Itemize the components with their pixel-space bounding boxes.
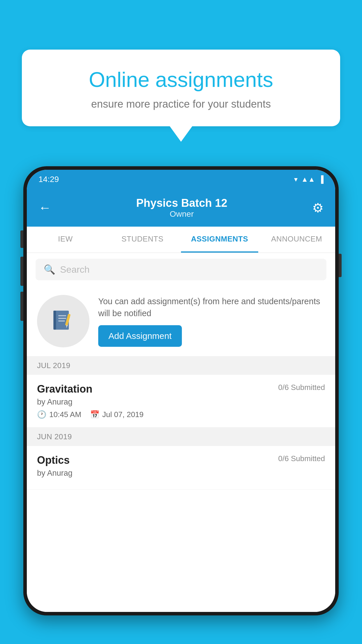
assignment-date: 📅 Jul 07, 2019 bbox=[90, 410, 144, 419]
speech-bubble-container: Online assignments ensure more practice … bbox=[22, 50, 340, 142]
phone-silent-button bbox=[20, 292, 23, 321]
add-assignment-button[interactable]: Add Assignment bbox=[98, 325, 182, 347]
clock-icon: 🕐 bbox=[37, 410, 46, 419]
calendar-icon: 📅 bbox=[90, 410, 99, 419]
phone-power-button bbox=[339, 254, 342, 277]
speech-bubble-subtitle: ensure more practice for your students bbox=[42, 98, 320, 110]
svg-rect-1 bbox=[53, 311, 56, 330]
svg-rect-4 bbox=[58, 321, 65, 321]
phone-mockup: 14:29 ▾ ▲▲ ▐ ← Physics Batch 12 Owner ⚙ bbox=[23, 166, 339, 644]
phone-volume-down-button bbox=[20, 257, 23, 286]
promo-text-group: You can add assignment(s) from here and … bbox=[98, 295, 325, 346]
assignment-submitted-optics: 0/6 Submitted bbox=[278, 454, 325, 463]
settings-button[interactable]: ⚙ bbox=[312, 200, 324, 215]
back-button[interactable]: ← bbox=[38, 200, 51, 215]
batch-subtitle: Owner bbox=[136, 209, 227, 219]
phone-screen: 14:29 ▾ ▲▲ ▐ ← Physics Batch 12 Owner ⚙ bbox=[27, 170, 335, 612]
search-container: 🔍 Search bbox=[27, 253, 335, 286]
svg-rect-3 bbox=[58, 318, 66, 319]
assignment-author: by Anurag bbox=[37, 398, 325, 407]
tab-iew[interactable]: IEW bbox=[27, 227, 104, 253]
tab-assignments[interactable]: ASSIGNMENTS bbox=[181, 227, 258, 253]
content-area: 🔍 Search bbox=[27, 253, 335, 612]
header-title-group: Physics Batch 12 Owner bbox=[136, 197, 227, 219]
assignment-author-optics: by Anurag bbox=[37, 469, 325, 478]
phone-volume-up-button bbox=[20, 230, 23, 248]
speech-bubble-tail bbox=[169, 126, 193, 142]
status-icons: ▾ ▲▲ ▐ bbox=[294, 175, 324, 183]
notebook-icon bbox=[50, 308, 76, 334]
signal-icon: ▲▲ bbox=[301, 175, 315, 183]
search-box[interactable]: 🔍 Search bbox=[36, 259, 326, 280]
search-placeholder: Search bbox=[60, 264, 89, 275]
section-jul-2019: JUL 2019 bbox=[27, 356, 335, 375]
promo-icon-circle bbox=[37, 295, 89, 347]
assignment-header-optics: Optics 0/6 Submitted bbox=[37, 454, 325, 466]
promo-card: You can add assignment(s) from here and … bbox=[27, 286, 335, 356]
tab-bar: IEW STUDENTS ASSIGNMENTS ANNOUNCEM bbox=[27, 227, 335, 253]
assignment-item-optics[interactable]: Optics 0/6 Submitted by Anurag bbox=[27, 446, 335, 490]
tab-announcements[interactable]: ANNOUNCEM bbox=[258, 227, 335, 253]
batch-title: Physics Batch 12 bbox=[136, 197, 227, 209]
status-bar: 14:29 ▾ ▲▲ ▐ bbox=[27, 170, 335, 189]
assignment-time: 🕐 10:45 AM bbox=[37, 410, 81, 419]
speech-bubble-title: Online assignments bbox=[42, 67, 320, 92]
search-icon: 🔍 bbox=[44, 264, 55, 275]
section-jun-2019: JUN 2019 bbox=[27, 428, 335, 446]
app-header: ← Physics Batch 12 Owner ⚙ bbox=[27, 189, 335, 227]
assignment-header: Gravitation 0/6 Submitted bbox=[37, 383, 325, 395]
battery-icon: ▐ bbox=[319, 175, 324, 183]
wifi-icon: ▾ bbox=[294, 175, 298, 183]
status-time: 14:29 bbox=[38, 175, 59, 184]
phone-outer-shell: 14:29 ▾ ▲▲ ▐ ← Physics Batch 12 Owner ⚙ bbox=[23, 166, 339, 615]
assignment-meta: 🕐 10:45 AM 📅 Jul 07, 2019 bbox=[37, 410, 325, 419]
promo-description: You can add assignment(s) from here and … bbox=[98, 295, 325, 319]
tab-students[interactable]: STUDENTS bbox=[104, 227, 181, 253]
assignment-title: Gravitation bbox=[37, 383, 92, 395]
speech-bubble: Online assignments ensure more practice … bbox=[22, 50, 340, 126]
assignment-submitted: 0/6 Submitted bbox=[278, 383, 325, 392]
assignment-title-optics: Optics bbox=[37, 454, 70, 466]
assignment-item-gravitation[interactable]: Gravitation 0/6 Submitted by Anurag 🕐 10… bbox=[27, 375, 335, 428]
svg-rect-2 bbox=[58, 315, 66, 316]
